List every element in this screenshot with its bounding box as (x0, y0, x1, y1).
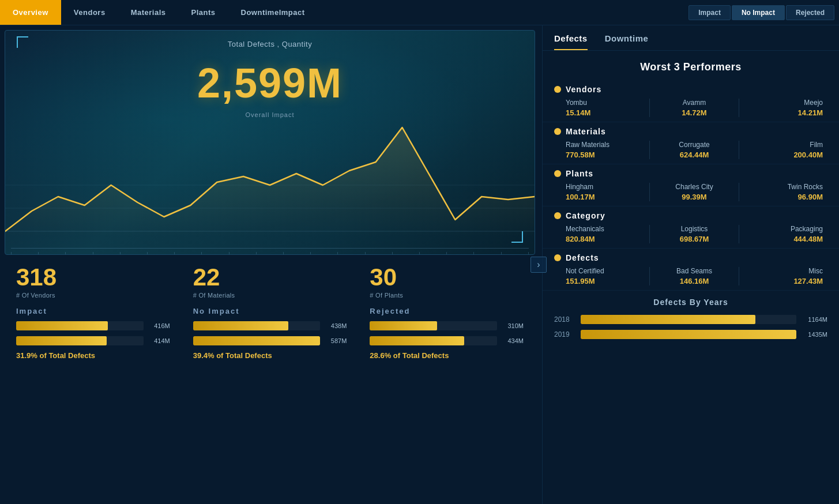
performer-value-defects-2: 127.43M (744, 277, 823, 285)
bar-track-rejected-1 (370, 321, 497, 330)
bar-track-noimpact-1 (193, 321, 321, 330)
performer-name-plants-0: Hingham (566, 183, 645, 191)
performer-value-category-1: 698.67M (654, 235, 733, 243)
performer-item-vendors-0: Yombu 15.14M (566, 99, 650, 117)
bar-pct-noimpact: 39.4% of Total Defects (193, 351, 347, 360)
bar-group-impact: Impact 416M 414M 31.9% of Total Defects (5, 307, 182, 499)
performer-header-category: Category (554, 211, 827, 220)
bar-group-impact-title: Impact (16, 307, 170, 315)
tab-plants[interactable]: Plants (179, 0, 228, 25)
performer-name-category-2: Packaging (744, 225, 823, 233)
top-right-buttons: Impact No Impact Rejected (688, 5, 839, 20)
tab-overview[interactable]: Overview (0, 0, 61, 25)
bar-fill-noimpact-2 (193, 336, 321, 345)
bar-pct-label-noimpact: of Total Defects (216, 351, 272, 360)
year-bar-value-2018: 1164M (802, 316, 827, 323)
performer-item-category-0: Mechanicals 820.84M (566, 225, 650, 243)
main-layout: Total Defects , Quantity 2,599M Overall … (0, 25, 839, 504)
chart-axis (11, 248, 529, 249)
performer-item-category-2: Packaging 444.48M (739, 225, 827, 243)
rejected-button[interactable]: Rejected (786, 5, 834, 20)
performer-item-defects-0: Not Certified 151.95M (566, 267, 650, 285)
year-bar-fill-2019 (581, 330, 796, 339)
right-tab-downtime[interactable]: Downtime (605, 33, 649, 50)
section-dot-plants (554, 170, 561, 177)
section-dot-category (554, 212, 561, 219)
performer-value-category-0: 820.84M (566, 235, 645, 243)
chart-title: Total Defects , Quantity (228, 40, 312, 48)
performer-value-materials-2: 200.40M (744, 151, 823, 159)
years-section-title: Defects By Years (554, 298, 827, 307)
impact-button[interactable]: Impact (688, 5, 731, 20)
performer-section-plants: Plants Hingham 100.17M Charles City 99.3… (543, 164, 839, 206)
stat-materials-label: # Of Materials (193, 292, 347, 299)
performer-value-vendors-0: 15.14M (566, 108, 645, 117)
performer-item-plants-2: Twin Rocks 96.90M (739, 183, 827, 201)
section-name-category: Category (566, 211, 605, 220)
performer-header-materials: Materials (554, 127, 827, 136)
performer-item-defects-2: Misc 127.43M (739, 267, 827, 285)
bar-track-impact-2 (16, 336, 144, 345)
performer-name-defects-1: Bad Seams (654, 267, 733, 275)
tab-vendors[interactable]: Vendors (61, 0, 118, 25)
performer-value-defects-1: 146.16M (654, 277, 733, 285)
year-row-2019: 2019 1435M (554, 330, 827, 339)
performer-items-vendors: Yombu 15.14M Avamm 14.72M Meejo 14.21M (554, 99, 827, 117)
stat-materials: 22 # Of Materials (182, 265, 359, 299)
chart-title-area: Total Defects , Quantity (5, 39, 535, 49)
stat-materials-number: 22 (193, 265, 347, 289)
bar-track-noimpact-2 (193, 336, 321, 345)
nav-tabs: Overview Vendors Materials Plants Downti… (0, 0, 688, 25)
bar-row-rejected-1: 310M (370, 321, 524, 330)
bar-row-impact-2: 414M (16, 336, 170, 345)
bar-row-noimpact-2: 587M (193, 336, 347, 345)
bar-row-impact-1: 416M (16, 321, 170, 330)
chart-big-number: 2,599M (5, 59, 535, 107)
performer-items-plants: Hingham 100.17M Charles City 99.39M Twin… (554, 183, 827, 201)
stats-row: 318 # Of Vendors 22 # Of Materials 30 # … (5, 259, 535, 302)
year-bar-fill-2018 (581, 315, 755, 324)
right-tabs: Defects Downtime (543, 25, 839, 51)
bottom-bars-section: Impact 416M 414M 31.9% of Total Defects (5, 302, 535, 499)
performer-name-category-1: Logistics (654, 225, 733, 233)
stat-vendors-label: # Of Vendors (16, 292, 170, 299)
performer-value-vendors-2: 14.21M (744, 108, 823, 117)
performer-item-plants-1: Charles City 99.39M (650, 183, 739, 201)
bar-fill-rejected-2 (370, 336, 464, 345)
performer-name-defects-2: Misc (744, 267, 823, 275)
performer-section-vendors: Vendors Yombu 15.14M Avamm 14.72M Meejo … (543, 80, 839, 122)
performer-header-defects: Defects (554, 253, 827, 262)
bar-value-rejected-1: 310M (502, 322, 524, 329)
performer-name-vendors-2: Meejo (744, 99, 823, 107)
performer-value-plants-1: 99.39M (654, 193, 733, 201)
stat-plants-label: # Of Plants (370, 292, 524, 299)
next-arrow[interactable]: › (531, 257, 547, 273)
performer-value-plants-2: 96.90M (744, 193, 823, 201)
performer-name-materials-1: Corrugate (654, 141, 733, 149)
year-label-2018: 2018 (554, 315, 575, 324)
performer-items-defects: Not Certified 151.95M Bad Seams 146.16M … (554, 267, 827, 285)
section-name-defects: Defects (566, 253, 599, 262)
performer-name-plants-2: Twin Rocks (744, 183, 823, 191)
stat-vendors-number: 318 (16, 265, 170, 289)
tab-materials[interactable]: Materials (118, 0, 179, 25)
performer-item-defects-1: Bad Seams 146.16M (650, 267, 739, 285)
bar-pct-impact: 31.9% of Total Defects (16, 351, 170, 360)
performer-item-materials-0: Raw Materials 770.58M (566, 141, 650, 159)
performer-item-materials-1: Corrugate 624.44M (650, 141, 739, 159)
right-tab-defects[interactable]: Defects (554, 33, 588, 50)
year-bar-track-2018 (581, 315, 796, 324)
year-label-2019: 2019 (554, 330, 575, 338)
tab-downtime[interactable]: DowntimeImpact (228, 0, 318, 25)
performer-items-category: Mechanicals 820.84M Logistics 698.67M Pa… (554, 225, 827, 243)
bar-pct-label-rejected: of Total Defects (393, 351, 449, 360)
performer-item-vendors-1: Avamm 14.72M (650, 99, 739, 117)
performer-value-vendors-1: 14.72M (654, 108, 733, 117)
performer-header-plants: Plants (554, 169, 827, 178)
no-impact-button[interactable]: No Impact (732, 5, 785, 20)
performer-value-materials-0: 770.58M (566, 151, 645, 159)
bar-fill-noimpact-1 (193, 321, 289, 330)
performer-name-plants-1: Charles City (654, 183, 733, 191)
performer-section-defects: Defects Not Certified 151.95M Bad Seams … (543, 249, 839, 291)
bar-pct-rejected: 28.6% of Total Defects (370, 351, 524, 360)
